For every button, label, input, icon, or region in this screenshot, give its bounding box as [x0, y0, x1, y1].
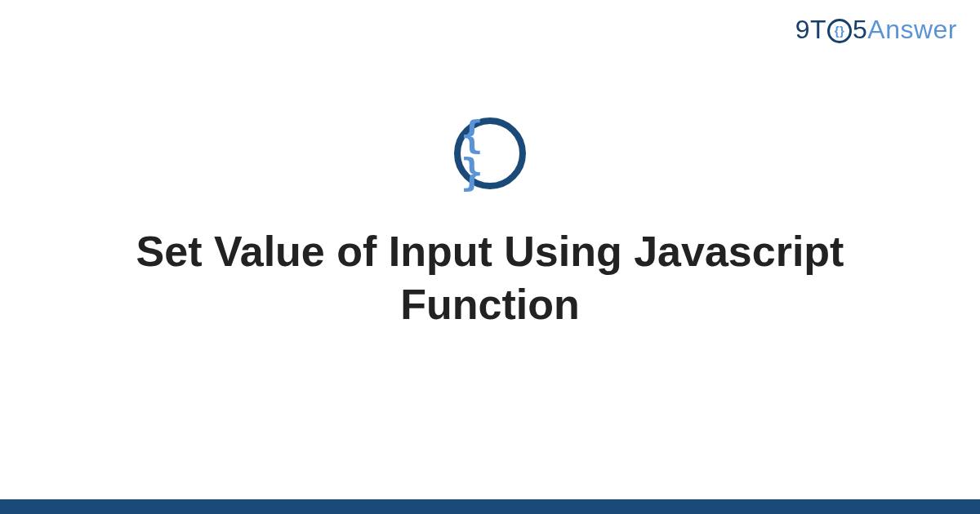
- category-icon: { }: [454, 117, 526, 189]
- main-content: { } Set Value of Input Using Javascript …: [0, 0, 980, 514]
- page-title: Set Value of Input Using Javascript Func…: [122, 225, 858, 331]
- footer-accent-bar: [0, 499, 980, 514]
- braces-icon: { }: [461, 116, 519, 191]
